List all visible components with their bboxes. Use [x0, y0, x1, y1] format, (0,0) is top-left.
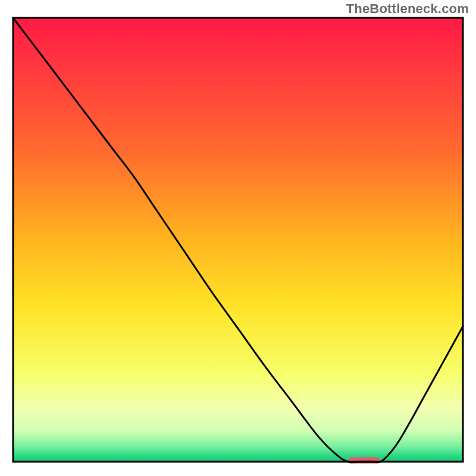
gradient-background — [13, 18, 463, 462]
chart-canvas: TheBottleneck.com — [0, 0, 476, 476]
chart-svg — [0, 0, 476, 476]
